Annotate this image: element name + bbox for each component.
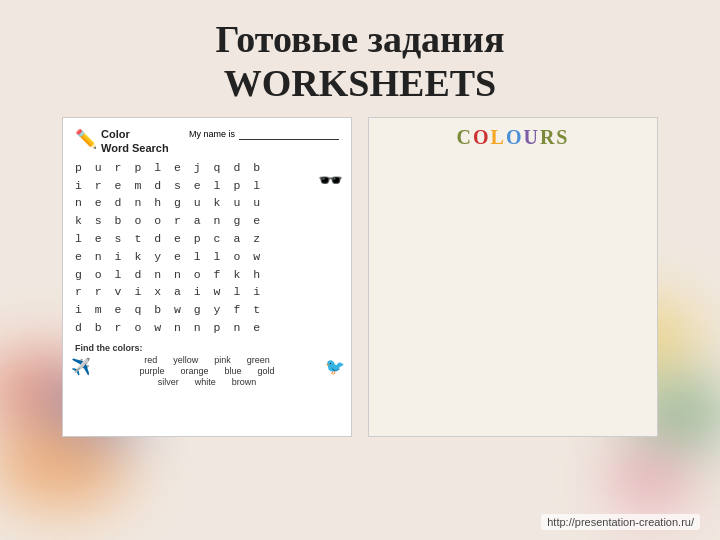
ws-grid: p u r p l e j q d bi r e m d s e l p ln …: [75, 159, 339, 337]
color-word: green: [247, 355, 270, 365]
color-word: blue: [225, 366, 242, 376]
colours-title: COLOURS: [379, 126, 647, 149]
worksheets-area: ✏️ ColorWord Search My name is 🕶️ p u r …: [32, 117, 688, 437]
url-text: http://presentation-creation.ru/: [547, 516, 694, 528]
color-word: red: [144, 355, 157, 365]
sunglasses-icon: 🕶️: [318, 168, 343, 192]
color-word: yellow: [173, 355, 198, 365]
ws-title: ColorWord Search: [101, 128, 169, 154]
name-underline: [239, 128, 339, 140]
color-word: silver: [158, 377, 179, 387]
color-word: orange: [180, 366, 208, 376]
color-word: gold: [258, 366, 275, 376]
ws-colors-list: redyellowpinkgreenpurpleorangebluegoldsi…: [75, 355, 339, 387]
title-area: Готовые задания WORKSHEETS: [216, 0, 505, 117]
ws-header: ✏️ ColorWord Search My name is: [75, 128, 339, 154]
bg-blob-pink: [610, 450, 690, 510]
name-label: My name is: [189, 129, 235, 139]
colors-crossword-card: COLOURS: [368, 117, 658, 437]
crossword-main: [379, 155, 647, 160]
page-container: Готовые задания WORKSHEETS ✏️ ColorWord …: [0, 0, 720, 540]
pencil-icon: ✏️: [75, 128, 97, 150]
url-bar: http://presentation-creation.ru/: [541, 514, 700, 530]
plane-icon: ✈️: [71, 357, 91, 376]
bird-icon: 🐦: [325, 357, 345, 376]
ws-find-section: Find the colors: redyellowpinkgreenpurpl…: [75, 343, 339, 387]
word-search-card: ✏️ ColorWord Search My name is 🕶️ p u r …: [62, 117, 352, 437]
color-word: purple: [139, 366, 164, 376]
title-line1: Готовые задания: [216, 18, 505, 62]
find-title: Find the colors:: [75, 343, 339, 353]
color-word: brown: [232, 377, 257, 387]
title-line2: WORKSHEETS: [216, 62, 505, 106]
color-word: pink: [214, 355, 231, 365]
crossword-left: [379, 155, 641, 160]
color-word: white: [195, 377, 216, 387]
